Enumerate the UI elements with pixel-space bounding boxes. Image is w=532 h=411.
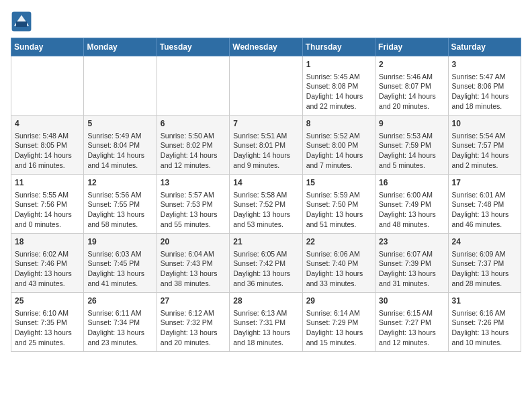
day-number: 16: [379, 177, 444, 189]
calendar-table: SundayMondayTuesdayWednesdayThursdayFrid…: [11, 38, 521, 352]
calendar-cell: 3Sunrise: 5:47 AMSunset: 8:06 PMDaylight…: [448, 56, 521, 116]
day-info: and 41 minutes.: [87, 279, 152, 289]
day-number: 1: [306, 59, 371, 71]
calendar-cell: [157, 56, 229, 116]
calendar-cell: 13Sunrise: 5:57 AMSunset: 7:53 PMDayligh…: [157, 175, 229, 234]
day-number: 15: [306, 177, 371, 189]
day-info: and 5 minutes.: [379, 161, 444, 171]
day-number: 10: [452, 118, 517, 130]
day-info: Daylight: 14 hours: [306, 150, 371, 161]
day-info: Sunrise: 5:48 AM: [15, 131, 80, 141]
day-info: Daylight: 14 hours: [379, 150, 444, 161]
day-number: 24: [452, 236, 517, 248]
day-info: and 20 minutes.: [161, 338, 226, 348]
day-info: and 48 minutes.: [379, 220, 444, 230]
day-info: and 51 minutes.: [306, 220, 371, 230]
day-info: and 58 minutes.: [87, 220, 152, 230]
calendar-cell: 9Sunrise: 5:53 AMSunset: 7:59 PMDaylight…: [375, 116, 448, 175]
calendar-cell: [84, 56, 157, 116]
header-day: Sunday: [11, 38, 84, 56]
day-number: 11: [15, 177, 80, 189]
day-info: Sunrise: 6:15 AM: [379, 308, 444, 318]
calendar-week: 25Sunrise: 6:10 AMSunset: 7:35 PMDayligh…: [11, 293, 521, 352]
day-info: Daylight: 14 hours: [161, 150, 226, 161]
logo-icon: [11, 11, 32, 32]
day-info: Sunrise: 6:12 AM: [161, 308, 226, 318]
day-info: Daylight: 14 hours: [452, 91, 517, 101]
calendar-cell: [230, 56, 302, 116]
calendar-cell: 11Sunrise: 5:55 AMSunset: 7:56 PMDayligh…: [11, 175, 84, 234]
day-info: Sunrise: 5:47 AM: [452, 72, 517, 82]
day-info: Sunset: 8:00 PM: [306, 140, 371, 150]
day-info: Daylight: 13 hours: [452, 210, 517, 220]
header-day: Thursday: [302, 38, 375, 56]
day-info: Sunset: 7:37 PM: [452, 259, 517, 269]
day-info: Sunrise: 5:54 AM: [452, 131, 517, 141]
calendar-body: 1Sunrise: 5:45 AMSunset: 8:08 PMDaylight…: [11, 56, 521, 352]
calendar-cell: 14Sunrise: 5:58 AMSunset: 7:52 PMDayligh…: [230, 175, 302, 234]
calendar-cell: 7Sunrise: 5:51 AMSunset: 8:01 PMDaylight…: [230, 116, 302, 175]
day-number: 26: [87, 295, 152, 307]
day-info: Sunset: 7:43 PM: [161, 259, 226, 269]
calendar-cell: 31Sunrise: 6:16 AMSunset: 7:26 PMDayligh…: [448, 293, 521, 352]
day-number: 9: [379, 118, 444, 130]
day-info: Sunset: 7:29 PM: [306, 318, 371, 328]
calendar-cell: 19Sunrise: 6:03 AMSunset: 7:45 PMDayligh…: [84, 234, 157, 293]
day-info: Sunset: 7:31 PM: [233, 318, 298, 328]
calendar-cell: 18Sunrise: 6:02 AMSunset: 7:46 PMDayligh…: [11, 234, 84, 293]
day-info: Sunset: 8:02 PM: [161, 140, 226, 150]
day-number: 2: [379, 59, 444, 71]
day-info: Sunrise: 6:09 AM: [452, 249, 517, 259]
calendar-cell: 26Sunrise: 6:11 AMSunset: 7:34 PMDayligh…: [84, 293, 157, 352]
day-info: Sunset: 8:06 PM: [452, 81, 517, 91]
day-info: and 23 minutes.: [87, 338, 152, 348]
day-info: Sunset: 7:49 PM: [379, 199, 444, 210]
day-info: Daylight: 13 hours: [87, 210, 152, 220]
day-info: Sunrise: 5:50 AM: [161, 131, 226, 141]
calendar-cell: 10Sunrise: 5:54 AMSunset: 7:57 PMDayligh…: [448, 116, 521, 175]
header-row: SundayMondayTuesdayWednesdayThursdayFrid…: [11, 38, 521, 56]
day-info: Daylight: 13 hours: [161, 328, 226, 338]
day-info: Sunset: 7:32 PM: [161, 318, 226, 328]
day-number: 19: [87, 236, 152, 248]
day-info: Daylight: 14 hours: [452, 150, 517, 161]
day-info: and 38 minutes.: [161, 279, 226, 289]
day-info: Sunrise: 6:02 AM: [15, 249, 80, 259]
day-info: Sunrise: 5:55 AM: [15, 190, 80, 200]
calendar-cell: 22Sunrise: 6:06 AMSunset: 7:40 PMDayligh…: [302, 234, 375, 293]
day-info: Daylight: 13 hours: [306, 269, 371, 279]
day-number: 18: [15, 236, 80, 248]
header-day: Friday: [375, 38, 448, 56]
day-info: Sunset: 8:08 PM: [306, 81, 371, 91]
day-info: and 18 minutes.: [233, 338, 298, 348]
day-info: Sunrise: 5:53 AM: [379, 131, 444, 141]
calendar-cell: 25Sunrise: 6:10 AMSunset: 7:35 PMDayligh…: [11, 293, 84, 352]
day-info: Sunset: 7:50 PM: [306, 199, 371, 210]
calendar-week: 4Sunrise: 5:48 AMSunset: 8:05 PMDaylight…: [11, 116, 521, 175]
day-info: Daylight: 13 hours: [233, 328, 298, 338]
day-info: Sunset: 7:55 PM: [87, 199, 152, 210]
day-info: Sunrise: 5:57 AM: [161, 190, 226, 200]
day-number: 31: [452, 295, 517, 307]
day-info: Daylight: 13 hours: [452, 269, 517, 279]
day-info: Sunset: 8:04 PM: [87, 140, 152, 150]
day-info: and 7 minutes.: [306, 161, 371, 171]
day-number: 14: [233, 177, 298, 189]
calendar-cell: 8Sunrise: 5:52 AMSunset: 8:00 PMDaylight…: [302, 116, 375, 175]
day-info: and 25 minutes.: [15, 338, 80, 348]
day-info: Daylight: 13 hours: [306, 210, 371, 220]
day-info: and 46 minutes.: [452, 220, 517, 230]
day-info: Sunrise: 6:07 AM: [379, 249, 444, 259]
day-info: Daylight: 13 hours: [306, 328, 371, 338]
day-info: Daylight: 13 hours: [15, 269, 80, 279]
day-info: Sunrise: 6:11 AM: [87, 308, 152, 318]
day-info: Sunset: 7:39 PM: [379, 259, 444, 269]
day-number: 5: [87, 118, 152, 130]
day-info: Daylight: 14 hours: [379, 91, 444, 101]
day-number: 28: [233, 295, 298, 307]
calendar-cell: 27Sunrise: 6:12 AMSunset: 7:32 PMDayligh…: [157, 293, 229, 352]
calendar-cell: 15Sunrise: 5:59 AMSunset: 7:50 PMDayligh…: [302, 175, 375, 234]
day-info: and 2 minutes.: [452, 161, 517, 171]
day-info: and 22 minutes.: [306, 101, 371, 111]
day-info: Sunset: 7:27 PM: [379, 318, 444, 328]
